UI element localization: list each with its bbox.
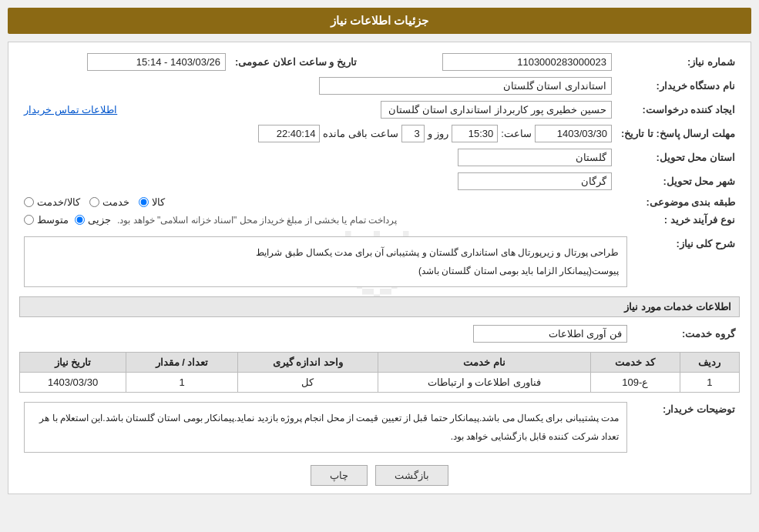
tabaqeBandi-kala-label: کالا	[152, 196, 165, 208]
khAddamat-title: اطلاعات خدمات مورد نیاز	[19, 296, 740, 317]
col-vahed: واحد اندازه گیری	[237, 353, 378, 373]
baghimande-label: ساعت باقی مانده	[323, 128, 398, 139]
col-tedad: تعداد / مقدار	[126, 353, 238, 373]
mohlatErsal-date: 1403/03/30	[535, 125, 612, 142]
col-tarikh: تاریخ نیاز	[20, 353, 126, 373]
page-title: جزئیات اطلاعات نیاز	[8, 8, 751, 34]
services-table: ردیف کد خدمت نام خدمت واحد اندازه گیری ت…	[19, 352, 740, 393]
noeFarayand-note: پرداخت تمام یا بخشی از مبلغ خریداز محل "…	[117, 215, 397, 226]
shomareNiaz-label: شماره نیاز:	[616, 50, 740, 74]
noeFarayand-mottawaset-item: متوسط	[24, 214, 69, 226]
noeFarayand-mottawaset-radio[interactable]	[24, 215, 34, 225]
tabaqeBandi-kala-radio[interactable]	[139, 197, 149, 207]
tabaqeBandi-label: طبقه بندی موضوعی:	[616, 193, 740, 211]
tarikh-value: 1403/03/26 - 15:14	[87, 53, 226, 71]
groohKhadmat-value: فن آوری اطلاعات	[473, 325, 627, 343]
tawzihat-label: توضیحات خریدار:	[632, 399, 740, 456]
namDastgah-value: استانداری استان گلستان	[319, 77, 612, 95]
tabaqeBandi-kala-item: کالا	[139, 196, 165, 208]
shomareNiaz-value: 1103000283000023	[442, 53, 612, 71]
saaat-value: 15:30	[452, 125, 498, 142]
baghimande-value: 22:40:14	[258, 125, 320, 142]
cell-kodKhadmat: ع-109	[590, 373, 680, 393]
rooz-value: 3	[401, 125, 425, 142]
tabaqeBandi-kalaKhadamat-item: کالا/خدمت	[24, 196, 80, 208]
print-button[interactable]: چاپ	[311, 465, 368, 486]
noeFarayand-mottawaset-label: متوسط	[37, 214, 69, 226]
namDastgah-label: نام دستگاه خریدار:	[616, 74, 740, 98]
col-kodKhadmat: کد خدمت	[590, 353, 680, 373]
col-namKhadmat: نام خدمت	[378, 353, 591, 373]
noeFarayand-jazee-label: جزیی	[88, 214, 111, 226]
tabaqeBandi-khadamat-radio[interactable]	[89, 197, 99, 207]
etelaat-link[interactable]: اطلاعات تماس خریدار	[24, 104, 117, 115]
shahrMahval-value: گرگان	[458, 172, 612, 190]
table-row: 1ع-109فناوری اطلاعات و ارتباطاتکل11403/0…	[20, 373, 740, 393]
tarikh-label: تاریخ و ساعت اعلان عمومی:	[230, 50, 361, 74]
cell-tedad: 1	[126, 373, 238, 393]
cell-tarikh: 1403/03/30	[20, 373, 126, 393]
sharhKolli-label: شرح کلی نیاز:	[632, 233, 740, 290]
rooz-label: روز و	[428, 128, 449, 139]
ostandMahval-value: گلستان	[458, 149, 612, 166]
groohKhadmat-label: گروه خدمت:	[632, 322, 740, 346]
sharhKolli-value: طراحی پورتال و زیرپورتال های استانداری گ…	[24, 236, 627, 287]
cell-radif: 1	[680, 373, 739, 393]
cell-vahed: کل	[237, 373, 378, 393]
tabaqeBandi-khadamat-label: خدمت	[102, 196, 129, 208]
mohlatErsal-label: مهلت ارسال پاسخ: تا تاریخ:	[616, 122, 740, 146]
saaat-label: ساعت:	[501, 128, 532, 139]
noeFarayand-label: نوع فرآیند خرید :	[616, 211, 740, 229]
ijadKonnande-value: حسین خطیری پور کاربرداز استانداری استان …	[381, 101, 612, 119]
button-row: بازگشت چاپ	[19, 465, 740, 486]
cell-namKhadmat: فناوری اطلاعات و ارتباطات	[378, 373, 591, 393]
tabaqeBandi-kalaKhadamat-radio[interactable]	[24, 197, 34, 207]
tabaqeBandi-kalaKhadamat-label: کالا/خدمت	[37, 196, 80, 208]
col-radif: ردیف	[680, 353, 739, 373]
shahrMahval-label: شهر محل تحویل:	[616, 169, 740, 193]
tawzihat-value: مدت پشتیبانی برای یکسال می باشد.پیمانکار…	[24, 402, 627, 453]
ostandMahval-label: استان محل تحویل:	[616, 146, 740, 169]
ijadKonnande-label: ایجاد کننده درخواست:	[616, 98, 740, 122]
noeFarayand-jazee-radio[interactable]	[75, 215, 85, 225]
back-button[interactable]: بازگشت	[375, 465, 448, 486]
noeFarayand-jazee-item: جزیی	[75, 214, 111, 226]
tabaqeBandi-khadamat-item: خدمت	[89, 196, 129, 208]
